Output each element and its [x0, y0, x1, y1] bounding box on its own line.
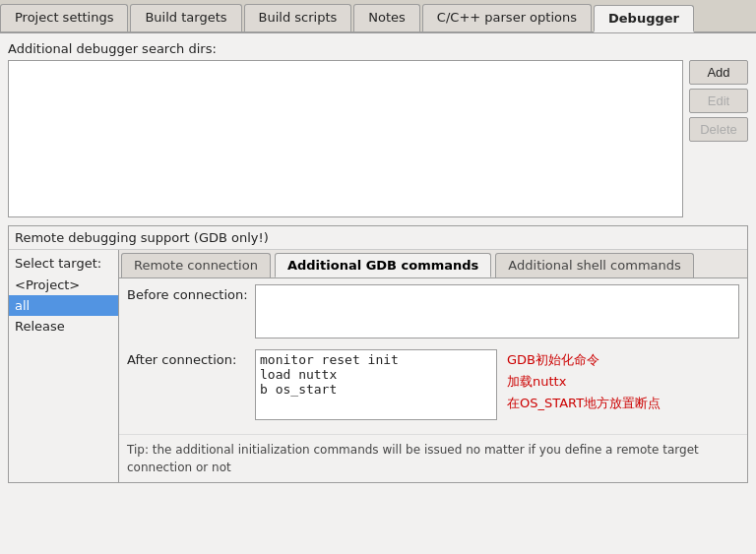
- before-connection-field: [255, 284, 739, 341]
- inner-tab-additional-shell[interactable]: Additional shell commands: [495, 253, 693, 277]
- add-button[interactable]: Add: [689, 60, 748, 85]
- tabs-bar: Project settings Build targets Build scr…: [0, 0, 756, 33]
- after-connection-label: After connection:: [127, 349, 255, 367]
- select-target-label: Select target:: [9, 254, 118, 275]
- tab-cpp-parser-options[interactable]: C/C++ parser options: [422, 4, 592, 31]
- tip-box: Tip: the additional initialization comma…: [119, 434, 747, 482]
- remote-body: Select target: <Project> all Release Rem…: [9, 249, 747, 482]
- remote-section: Remote debugging support (GDB only!) Sel…: [8, 225, 748, 483]
- right-panel: Remote connection Additional GDB command…: [119, 250, 747, 482]
- tab-build-scripts[interactable]: Build scripts: [244, 4, 352, 31]
- select-target-panel: Select target: <Project> all Release: [9, 250, 119, 482]
- annotation-0: GDB初始化命令: [507, 351, 739, 369]
- inner-tabs-bar: Remote connection Additional GDB command…: [119, 250, 747, 278]
- additional-dirs-label: Additional debugger search dirs:: [8, 41, 748, 56]
- edit-button[interactable]: Edit: [689, 89, 748, 113]
- target-item-project[interactable]: <Project>: [9, 275, 118, 295]
- before-connection-label: Before connection:: [127, 284, 255, 302]
- inner-tab-remote-connection[interactable]: Remote connection: [121, 253, 271, 277]
- tab-project-settings[interactable]: Project settings: [0, 4, 128, 31]
- remote-section-header: Remote debugging support (GDB only!): [9, 226, 747, 249]
- tab-build-targets[interactable]: Build targets: [130, 4, 241, 31]
- tab-debugger[interactable]: Debugger: [594, 5, 694, 32]
- before-connection-row: Before connection:: [127, 284, 739, 341]
- after-connection-content: monitor reset init load nuttx b os_start…: [255, 349, 739, 420]
- annotation-2: 在OS_START地方放置断点: [507, 395, 739, 412]
- delete-button[interactable]: Delete: [689, 117, 748, 142]
- dirs-buttons: Add Edit Delete: [689, 60, 748, 217]
- main-content: Additional debugger search dirs: Add Edi…: [0, 33, 756, 483]
- after-connection-row: After connection: monitor reset init loa…: [127, 349, 739, 420]
- after-annotations: GDB初始化命令 加载nuttx 在OS_START地方放置断点: [497, 349, 739, 420]
- search-dirs-textarea[interactable]: [8, 60, 683, 217]
- connection-form: Before connection: After connection: mon…: [119, 278, 747, 434]
- target-item-release[interactable]: Release: [9, 316, 118, 337]
- after-commands-text[interactable]: monitor reset init load nuttx b os_start: [255, 349, 497, 420]
- debugger-search-dirs: Add Edit Delete: [8, 60, 748, 217]
- target-item-all[interactable]: all: [9, 295, 118, 316]
- inner-tab-additional-gdb[interactable]: Additional GDB commands: [275, 253, 491, 277]
- before-connection-textarea[interactable]: [255, 284, 739, 339]
- tab-notes[interactable]: Notes: [353, 4, 420, 31]
- annotation-1: 加载nuttx: [507, 373, 739, 391]
